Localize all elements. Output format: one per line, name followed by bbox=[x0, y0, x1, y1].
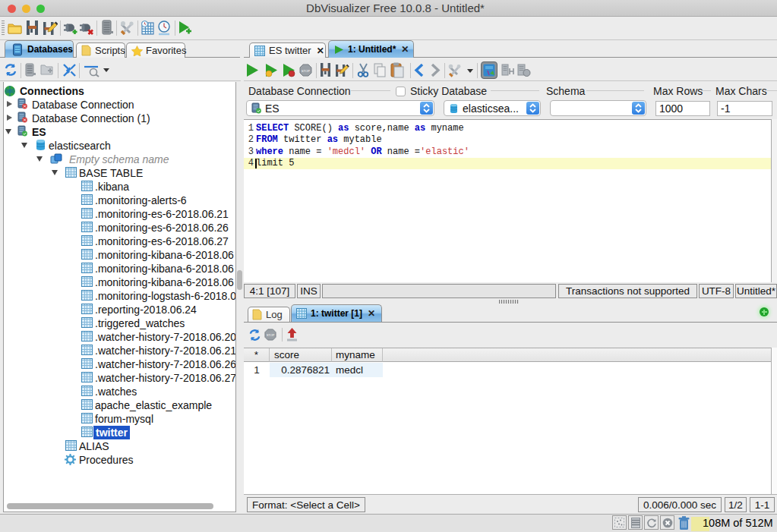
svg-text:STOP: STOP bbox=[267, 333, 275, 337]
svg-text:STOP: STOP bbox=[302, 69, 311, 73]
